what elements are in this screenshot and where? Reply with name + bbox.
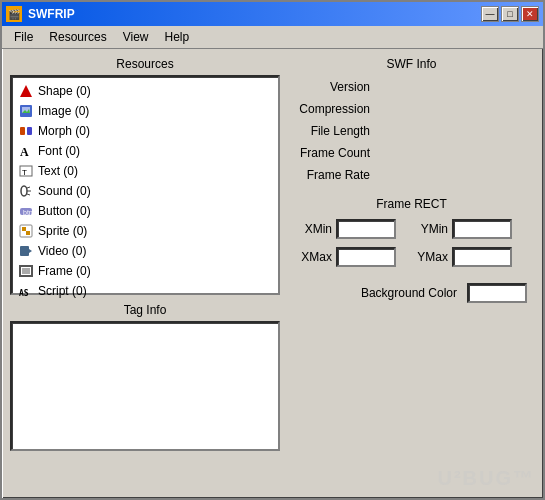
bg-color-row: Background Color (288, 281, 535, 305)
svg-rect-4 (20, 127, 25, 135)
compression-row: Compression (288, 99, 535, 119)
frame-rate-label: Frame Rate (288, 166, 378, 184)
svg-line-12 (27, 194, 30, 195)
shape-icon (18, 83, 34, 99)
xmin-label: XMin (292, 222, 332, 236)
frame-rect-section: Frame RECT XMin YMin XMax YMax (288, 197, 535, 273)
tag-info-section: Tag Info (10, 303, 280, 451)
text-icon: T (18, 163, 34, 179)
svg-text:AS: AS (19, 289, 29, 298)
list-item[interactable]: Video (0) (16, 241, 274, 261)
svg-text:T: T (22, 168, 27, 177)
font-icon: A (18, 143, 34, 159)
frame-label: Frame (0) (38, 262, 91, 280)
xmax-input[interactable] (336, 247, 396, 267)
video-label: Video (0) (38, 242, 86, 260)
ymax-input[interactable] (452, 247, 512, 267)
menu-file[interactable]: File (6, 28, 41, 46)
svg-text:A: A (20, 145, 29, 158)
swf-info-title: SWF Info (288, 57, 535, 71)
image-icon (18, 103, 34, 119)
xmin-input[interactable] (336, 219, 396, 239)
frame-rect-title: Frame RECT (288, 197, 535, 211)
xmax-label: XMax (292, 250, 332, 264)
file-length-label: File Length (288, 122, 378, 140)
title-buttons: — □ ✕ (481, 6, 539, 22)
frame-count-label: Frame Count (288, 144, 378, 162)
svg-rect-18 (20, 246, 29, 256)
menu-bar: File Resources View Help (2, 26, 543, 49)
title-bar-text: 🎬 SWFRIP (6, 6, 75, 22)
svg-rect-16 (22, 227, 26, 231)
title-bar: 🎬 SWFRIP — □ ✕ (2, 2, 543, 26)
svg-text:btn: btn (23, 209, 33, 216)
ymin-label: YMin (408, 222, 448, 236)
script-label: Script (0) (38, 282, 87, 300)
frame-rate-row: Frame Rate (288, 165, 535, 185)
bg-color-label: Background Color (296, 286, 461, 300)
left-panel: Resources Shape (0) Image (0) (10, 57, 280, 490)
close-button[interactable]: ✕ (521, 6, 539, 22)
resources-list[interactable]: Shape (0) Image (0) Morph (0) (10, 75, 280, 295)
svg-marker-19 (29, 249, 32, 253)
button-label: Button (0) (38, 202, 91, 220)
ymax-label: YMax (408, 250, 448, 264)
minimize-button[interactable]: — (481, 6, 499, 22)
window-title: SWFRIP (28, 7, 75, 21)
list-item[interactable]: Sound (0) (16, 181, 274, 201)
script-icon: AS (18, 283, 34, 299)
swf-info-section: SWF Info Version Compression File Length… (288, 57, 535, 185)
tag-info-label: Tag Info (10, 303, 280, 317)
app-window: 🎬 SWFRIP — □ ✕ File Resources View Help … (0, 0, 545, 500)
file-length-row: File Length (288, 121, 535, 141)
shape-label: Shape (0) (38, 82, 91, 100)
version-label: Version (288, 78, 378, 96)
image-label: Image (0) (38, 102, 89, 120)
list-item[interactable]: Sprite (0) (16, 221, 274, 241)
sound-icon (18, 183, 34, 199)
list-item[interactable]: Image (0) (16, 101, 274, 121)
svg-rect-17 (26, 231, 30, 235)
resources-section: Resources Shape (0) Image (0) (10, 57, 280, 295)
svg-line-10 (27, 187, 30, 188)
text-label: Text (0) (38, 162, 78, 180)
menu-view[interactable]: View (115, 28, 157, 46)
list-item[interactable]: btn Button (0) (16, 201, 274, 221)
svg-marker-0 (20, 85, 32, 97)
list-item[interactable]: T Text (0) (16, 161, 274, 181)
svg-point-9 (21, 186, 27, 196)
list-item[interactable]: Shape (0) (16, 81, 274, 101)
compression-label: Compression (288, 100, 378, 118)
button-icon: btn (18, 203, 34, 219)
list-item[interactable]: AS Script (0) (16, 281, 274, 301)
frame-count-row: Frame Count (288, 143, 535, 163)
maximize-button[interactable]: □ (501, 6, 519, 22)
frame-icon (18, 263, 34, 279)
sprite-label: Sprite (0) (38, 222, 87, 240)
svg-rect-21 (22, 268, 30, 274)
resources-label: Resources (10, 57, 280, 71)
morph-icon (18, 123, 34, 139)
menu-help[interactable]: Help (157, 28, 198, 46)
list-item[interactable]: Frame (0) (16, 261, 274, 281)
font-label: Font (0) (38, 142, 80, 160)
morph-label: Morph (0) (38, 122, 90, 140)
tag-info-box (10, 321, 280, 451)
main-content: Resources Shape (0) Image (0) (2, 49, 543, 498)
sprite-icon (18, 223, 34, 239)
app-icon: 🎬 (6, 6, 22, 22)
list-item[interactable]: A Font (0) (16, 141, 274, 161)
sound-label: Sound (0) (38, 182, 91, 200)
bg-color-box[interactable] (467, 283, 527, 303)
version-row: Version (288, 77, 535, 97)
list-item[interactable]: Morph (0) (16, 121, 274, 141)
video-icon (18, 243, 34, 259)
ymin-input[interactable] (452, 219, 512, 239)
right-panel: SWF Info Version Compression File Length… (288, 57, 535, 490)
svg-rect-5 (27, 127, 32, 135)
menu-resources[interactable]: Resources (41, 28, 114, 46)
